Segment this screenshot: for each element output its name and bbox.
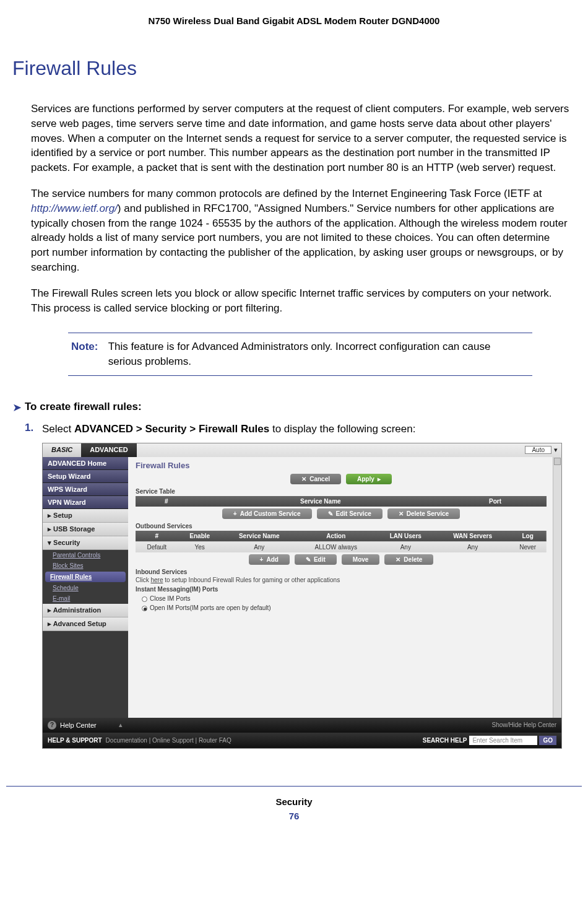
- help-toggle-link[interactable]: Show/Hide Help Center: [492, 721, 557, 728]
- td-service: Any: [222, 541, 297, 552]
- drag-handle-icon[interactable]: ▴: [100, 721, 142, 729]
- panel-title: Firewall Rules: [136, 461, 547, 470]
- footer-section-label: Security: [6, 796, 582, 807]
- refresh-value: Auto: [525, 446, 551, 454]
- help-icon: ?: [48, 721, 56, 730]
- th-number: #: [136, 496, 197, 507]
- im-open-option[interactable]: Open IM Ports(IM ports are open by defau…: [136, 603, 547, 612]
- sidebar-email[interactable]: E-mail: [43, 593, 128, 604]
- td-default: Default: [136, 541, 178, 552]
- footer-bar: HELP & SUPPORT Documentation | Online Su…: [43, 733, 561, 748]
- add-custom-service-button[interactable]: +Add Custom Service: [222, 508, 312, 519]
- sidebar-setup[interactable]: ▸ Setup: [43, 509, 128, 523]
- ietf-link[interactable]: http://www.ietf.org/: [31, 203, 118, 214]
- sidebar-vpn-wizard[interactable]: VPN Wizard: [43, 496, 128, 509]
- im-ports-label: Instant Messaging(IM) Ports: [136, 586, 547, 593]
- apply-button[interactable]: Apply▸: [346, 474, 392, 484]
- help-support-links[interactable]: Documentation | Online Support | Router …: [106, 737, 231, 744]
- im-close-label: Close IM Ports: [150, 595, 191, 602]
- note-text: This feature is for Advanced Administrat…: [108, 339, 526, 369]
- edit-button[interactable]: ✎Edit: [295, 554, 337, 565]
- inbound-text-a: Click: [136, 577, 150, 583]
- edit-service-button[interactable]: ✎Edit Service: [317, 508, 383, 519]
- inbound-here-link[interactable]: here: [150, 577, 163, 583]
- note-box: Note: This feature is for Advanced Admin…: [68, 333, 532, 376]
- outbound-header: # Enable Service Name Action LAN Users W…: [136, 531, 547, 542]
- im-close-option[interactable]: Close IM Ports: [136, 594, 547, 603]
- scroll-up-icon[interactable]: [554, 458, 561, 465]
- document-header: N750 Wireless Dual Band Gigabit ADSL Mod…: [6, 12, 582, 57]
- move-label: Move: [353, 556, 369, 563]
- sidebar-block-sites[interactable]: Block Sites: [43, 560, 128, 571]
- content-panel: Firewall Rules ✕Cancel Apply▸ Service Ta…: [128, 457, 561, 718]
- move-button[interactable]: Move: [342, 554, 380, 565]
- th-service-name: Service Name: [197, 496, 444, 507]
- inbound-text-b: to setup Inbound Firewall Rules for gami…: [163, 577, 340, 583]
- outbound-table: # Enable Service Name Action LAN Users W…: [136, 531, 547, 552]
- sidebar-advanced-setup[interactable]: ▸ Advanced Setup: [43, 617, 128, 631]
- sidebar-parental-controls[interactable]: Parental Controls: [43, 550, 128, 560]
- service-table-label: Service Table: [136, 488, 547, 495]
- th-wan: WAN Servers: [436, 531, 509, 542]
- tab-spacer: [137, 443, 522, 457]
- search-input[interactable]: Enter Search Item: [469, 736, 537, 745]
- edit-label: Edit: [314, 556, 326, 563]
- paragraph-1: Services are functions performed by serv…: [31, 102, 569, 175]
- delete-label: Delete: [404, 556, 422, 563]
- th-number: #: [136, 531, 178, 542]
- sidebar-setup-wizard[interactable]: Setup Wizard: [43, 470, 128, 483]
- router-screenshot: BASIC ADVANCED Auto▾ ADVANCED Home Setup…: [42, 443, 562, 749]
- plus-icon: +: [260, 556, 264, 563]
- td-lan: Any: [375, 541, 436, 552]
- radio-selected-icon: [142, 606, 147, 611]
- th-enable: Enable: [178, 531, 222, 542]
- plus-icon: +: [233, 510, 237, 517]
- th-action: Action: [297, 531, 375, 542]
- delete-service-button[interactable]: ✕Delete Service: [387, 508, 460, 519]
- help-center-label: Help Center: [60, 721, 97, 729]
- top-tabs: BASIC ADVANCED Auto▾: [43, 443, 561, 457]
- tab-basic[interactable]: BASIC: [43, 443, 81, 457]
- radio-icon: [142, 596, 147, 602]
- step1-a: Select: [42, 423, 74, 435]
- help-center-bar[interactable]: ? Help Center ▴ Show/Hide Help Center: [43, 718, 561, 733]
- close-icon: ✕: [399, 510, 404, 517]
- cancel-label: Cancel: [309, 476, 330, 482]
- sidebar-usb-storage[interactable]: ▸ USB Storage: [43, 523, 128, 536]
- go-button[interactable]: GO: [539, 736, 556, 745]
- td-wan: Any: [436, 541, 509, 552]
- page-footer: Security 76: [6, 786, 582, 831]
- sidebar-firewall-rules[interactable]: Firewall Rules: [45, 572, 126, 582]
- note-label: Note:: [71, 339, 105, 354]
- vertical-scrollbar[interactable]: [553, 457, 561, 718]
- outbound-row-default: Default Yes Any ALLOW always Any Any Nev…: [136, 541, 547, 552]
- cancel-button[interactable]: ✕Cancel: [290, 474, 341, 484]
- add-button[interactable]: +Add: [249, 554, 290, 565]
- sidebar-schedule[interactable]: Schedule: [43, 583, 128, 593]
- content-whitespace: [136, 612, 547, 687]
- pencil-icon: ✎: [328, 510, 333, 517]
- step-text: Select ADVANCED > Security > Firewall Ru…: [42, 422, 569, 437]
- footer-page-number: 76: [6, 811, 582, 821]
- delete-service-label: Delete Service: [407, 510, 449, 517]
- tab-advanced[interactable]: ADVANCED: [81, 443, 137, 457]
- td-enable: Yes: [178, 541, 222, 552]
- sidebar-advanced-home[interactable]: ADVANCED Home: [43, 457, 128, 470]
- refresh-dropdown[interactable]: Auto▾: [521, 443, 561, 457]
- search-help-label: SEARCH HELP: [423, 737, 467, 744]
- td-action: ALLOW always: [297, 541, 375, 552]
- sidebar-administration[interactable]: ▸ Administration: [43, 604, 128, 617]
- service-buttons: +Add Custom Service ✎Edit Service ✕Delet…: [136, 508, 547, 519]
- pencil-icon: ✎: [306, 556, 311, 563]
- procedure-heading-row: ➤ To create firewall rules:: [6, 401, 582, 414]
- action-row: ✕Cancel Apply▸: [136, 474, 547, 484]
- delete-button[interactable]: ✕Delete: [384, 554, 433, 565]
- sidebar-wps-wizard[interactable]: WPS Wizard: [43, 483, 128, 496]
- inbound-label: Inbound Services: [136, 569, 547, 575]
- section-heading: Firewall Rules: [12, 57, 582, 80]
- paragraph-2: The service numbers for many common prot…: [31, 186, 569, 275]
- outbound-buttons: +Add ✎Edit Move ✕Delete: [136, 554, 547, 565]
- sidebar-security[interactable]: ▾ Security: [43, 536, 128, 550]
- step1-c: to display the following screen:: [269, 423, 415, 435]
- td-log: Never: [509, 541, 547, 552]
